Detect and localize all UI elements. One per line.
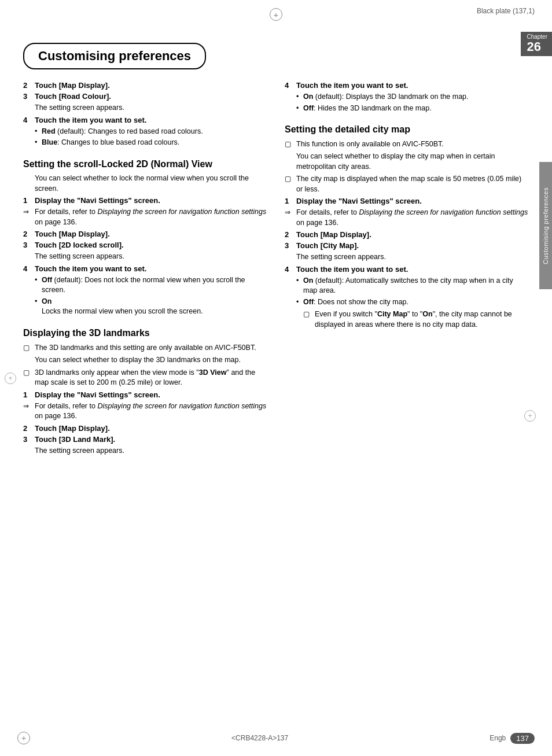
section-scroll-locked: Setting the scroll-Locked 2D (Normal) Vi… — [23, 158, 267, 317]
section-3d-landmarks: Displaying the 3D landmarks ▢ The 3D lan… — [23, 327, 267, 456]
scroll-step-1-note: ⇒ For details, refer to Displaying the s… — [23, 207, 267, 227]
title-banner: Customising preferences — [23, 43, 206, 69]
3d-step-2: 2 Touch [Map Display]. — [23, 424, 267, 433]
page-number-badge: 137 — [510, 733, 535, 744]
city-off-subnote: ▢ Even if you switch "City Map" to "On",… — [303, 309, 529, 330]
scroll-step-3: 3 Touch [2D locked scroll]. — [23, 241, 267, 249]
bullet-on-scroll: • OnLocks the normal view when you scrol… — [35, 297, 267, 317]
3d-right-step-4-bullets: • On (default): Displays the 3D landmark… — [296, 92, 529, 113]
scroll-step-4: 4 Touch the item you want to set. — [23, 264, 267, 273]
step-4-num: 4 — [23, 116, 31, 124]
bullet-off-scroll: • Off (default): Does not lock the norma… — [35, 275, 267, 296]
step-4-bullets: • Red (default): Changes to red based ro… — [35, 127, 267, 148]
scroll-step-2: 2 Touch [Map Display]. — [23, 230, 267, 238]
city-step-1-note: ⇒ For details, refer to Displaying the s… — [285, 208, 529, 228]
city-step-3: 3 Touch [City Map]. — [285, 241, 529, 250]
city-step-2: 2 Touch [Map Display]. — [285, 230, 529, 239]
step-4-text: Touch the item you want to set. — [35, 116, 267, 124]
side-tab-text: Customising preferences — [542, 187, 549, 264]
city-desc-1: You can select whether to display the ci… — [296, 152, 529, 172]
engb-label: Engb — [490, 734, 506, 742]
3d-note-2: ▢ 3D landmarks only appear when the view… — [23, 368, 267, 388]
bullet-blue: • Blue: Changes to blue based road colou… — [35, 138, 267, 148]
bullet-on-city: • On (default): Automatically switches t… — [296, 276, 529, 296]
3d-step4-section: 4 Touch the item you want to set. • On (… — [285, 81, 529, 113]
page: + Black plate (137,1) Chapter 26 Customi… — [0, 0, 552, 756]
step-2: 2 Touch [Map Display]. — [23, 81, 267, 90]
section-scroll-locked-intro: You can select whether to lock the norma… — [35, 174, 267, 194]
bottom-right-area: Engb 137 — [490, 733, 535, 744]
main-content: Customising preferences 2 Touch [Map Dis… — [0, 8, 552, 478]
step-4: 4 Touch the item you want to set. — [23, 116, 267, 124]
step-2-num: 2 — [23, 81, 31, 90]
bullet-off-3d: • Off: Hides the 3D landmark on the map. — [296, 104, 529, 114]
3d-note-1: ▢ The 3D landmarks and this setting are … — [23, 343, 267, 353]
city-step-3-desc: The setting screen appears. — [296, 252, 529, 263]
city-note-1: ▢ This function is only available on AVI… — [285, 139, 529, 150]
scroll-step-4-bullets: • Off (default): Does not lock the norma… — [35, 275, 267, 317]
3d-desc-1: You can select whether to display the 3D… — [35, 355, 267, 366]
step-2-text: Touch [Map Display]. — [35, 81, 267, 90]
3d-step-3: 3 Touch [3D Land Mark]. — [23, 435, 267, 444]
section-city-map: Setting the detailed city map ▢ This fun… — [285, 124, 529, 332]
city-step-4-bullets: • On (default): Automatically switches t… — [296, 276, 529, 333]
3d-step-1-note: ⇒ For details, refer to Displaying the s… — [23, 401, 267, 422]
3d-step-1: 1 Display the "Navi Settings" screen. — [23, 390, 267, 399]
section-3d-title: Displaying the 3D landmarks — [23, 327, 267, 340]
3d-right-step-4: 4 Touch the item you want to set. — [285, 81, 529, 90]
section-scroll-locked-title: Setting the scroll-Locked 2D (Normal) Vi… — [23, 158, 267, 171]
3d-step-3-desc: The setting screen appears. — [35, 446, 267, 456]
bottom-bar: + <CRB4228-A>137 Engb 137 — [0, 732, 552, 744]
scroll-step-1: 1 Display the "Navi Settings" screen. — [23, 196, 267, 205]
step-3-text: Touch [Road Colour]. — [35, 92, 267, 101]
city-map-title: Setting the detailed city map — [285, 124, 529, 136]
chapter-number: 26 — [527, 40, 547, 54]
left-column: 2 Touch [Map Display]. 3 Touch [Road Col… — [23, 81, 267, 466]
side-tab: Customising preferences — [539, 162, 552, 289]
step-3-num: 3 — [23, 92, 31, 101]
intro-steps: 2 Touch [Map Display]. 3 Touch [Road Col… — [23, 81, 267, 148]
chapter-badge: Chapter 26 — [521, 32, 552, 56]
city-step-1: 1 Display the "Navi Settings" screen. — [285, 197, 529, 205]
right-column: 4 Touch the item you want to set. • On (… — [285, 81, 529, 466]
step-3-desc: The setting screen appears. — [35, 103, 267, 113]
bullet-red: • Red (default): Changes to red based ro… — [35, 127, 267, 137]
bullet-on-3d: • On (default): Displays the 3D landmark… — [296, 92, 529, 102]
bullet-off-city: • Off: Does not show the city map. ▢ Eve… — [296, 297, 529, 333]
city-step-4: 4 Touch the item you want to set. — [285, 265, 529, 274]
city-note-2: ▢ The city map is displayed when the map… — [285, 174, 529, 194]
page-title: Customising preferences — [38, 49, 191, 64]
bottom-center-text: <CRB4228-A>137 — [231, 734, 288, 742]
header: Black plate (137,1) — [0, 0, 552, 8]
bottom-left-crosshair: + — [17, 732, 30, 744]
step-3: 3 Touch [Road Colour]. — [23, 92, 267, 101]
scroll-step-1-num: 1 — [23, 196, 31, 205]
two-column-layout: 2 Touch [Map Display]. 3 Touch [Road Col… — [23, 81, 529, 466]
scroll-step-1-text: Display the "Navi Settings" screen. — [35, 196, 267, 205]
scroll-step-3-desc: The setting screen appears. — [35, 252, 267, 262]
